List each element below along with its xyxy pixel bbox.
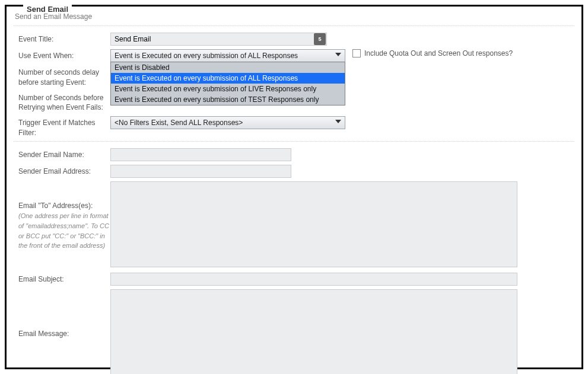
include-quota-checkbox[interactable]	[352, 49, 361, 57]
panel-subtitle: Send an Email Message	[14, 9, 574, 24]
divider	[14, 25, 574, 26]
label-email-subject: Email Subject:	[18, 273, 110, 285]
trigger-filter-value: <No Filters Exist, Send ALL Responses>	[115, 119, 243, 127]
use-event-when-select[interactable]: Event is Executed on every submission of…	[110, 49, 345, 62]
label-email-to: Email "To" Address(es): (One address per…	[18, 199, 110, 251]
sender-address-input[interactable]	[110, 165, 291, 178]
label-event-title: Event Title:	[18, 33, 110, 44]
dropdown-option[interactable]: Event is Disabled	[111, 62, 345, 73]
label-sender-name: Sender Email Name:	[18, 148, 110, 160]
event-title-input[interactable]	[110, 33, 327, 46]
panel-legend: Send Email	[23, 5, 72, 14]
label-use-event-when: Use Event When:	[18, 49, 110, 61]
label-email-message: Email Message:	[18, 327, 110, 339]
sender-name-input[interactable]	[110, 148, 291, 161]
dropdown-option[interactable]: Event is Executed on every submission of…	[111, 73, 345, 84]
label-seconds-delay: Number of seconds delay before starting …	[18, 66, 110, 88]
email-subject-input[interactable]	[110, 273, 517, 286]
email-message-textarea[interactable]	[110, 289, 517, 374]
use-event-when-dropdown[interactable]: Event is Disabled Event is Executed on e…	[110, 62, 345, 106]
use-event-when-value: Event is Executed on every submission of…	[115, 52, 298, 60]
divider	[14, 141, 574, 142]
history-icon[interactable]: 5	[314, 33, 326, 45]
label-sender-address: Sender Email Address:	[18, 165, 110, 177]
dropdown-option[interactable]: Event is Executed on every submission of…	[111, 84, 345, 94]
label-trigger-filter: Trigger Event if Matches Filter:	[18, 116, 110, 138]
label-seconds-retry: Number of Seconds before Retrying when E…	[18, 91, 110, 113]
email-to-textarea[interactable]	[110, 181, 517, 267]
chevron-down-icon	[335, 53, 341, 56]
dropdown-option[interactable]: Event is Executed on every submission of…	[111, 94, 345, 105]
include-quota-label: Include Quota Out and Screen Out respons…	[364, 49, 513, 57]
trigger-filter-select[interactable]: <No Filters Exist, Send ALL Responses>	[110, 116, 345, 129]
chevron-down-icon	[335, 120, 341, 123]
